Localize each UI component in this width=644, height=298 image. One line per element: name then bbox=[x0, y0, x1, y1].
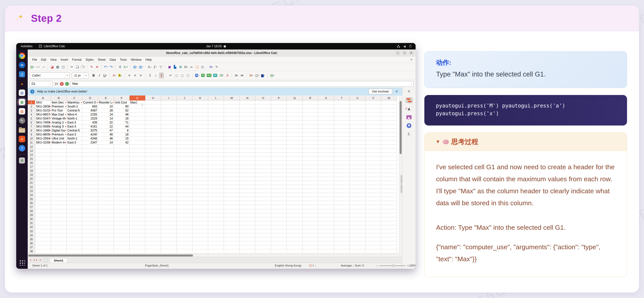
cell-J2[interactable] bbox=[177, 104, 192, 108]
cell-W13[interactable] bbox=[381, 149, 397, 153]
cell-S8[interactable] bbox=[318, 129, 334, 133]
cell-N6[interactable] bbox=[240, 120, 255, 124]
text-language[interactable]: English (Hong Kong) bbox=[275, 264, 301, 267]
cell-E23[interactable] bbox=[98, 189, 114, 193]
cell-B9[interactable]: Premium bbox=[51, 133, 67, 137]
cell-B20[interactable] bbox=[51, 177, 67, 181]
cell-E38[interactable] bbox=[98, 249, 114, 253]
cell-U23[interactable] bbox=[350, 189, 366, 193]
cell-P13[interactable] bbox=[271, 149, 287, 153]
cell-B29[interactable] bbox=[51, 213, 67, 217]
cell-L4[interactable] bbox=[208, 112, 224, 116]
cell-P10[interactable] bbox=[271, 137, 287, 141]
cell-F15[interactable] bbox=[114, 157, 130, 161]
cell-O35[interactable] bbox=[255, 237, 271, 241]
align-bottom-button[interactable]: ↧ bbox=[159, 73, 164, 78]
cell-F30[interactable] bbox=[114, 217, 130, 221]
cell-M31[interactable] bbox=[224, 221, 240, 225]
cell-Q26[interactable] bbox=[287, 201, 302, 205]
cell-U6[interactable] bbox=[350, 120, 366, 124]
cell-Q34[interactable] bbox=[287, 233, 302, 237]
cell-J5[interactable] bbox=[177, 116, 192, 120]
format-percent-button[interactable]: % bbox=[200, 73, 206, 78]
cell-P32[interactable] bbox=[271, 225, 287, 229]
column-header-J[interactable]: J bbox=[177, 95, 192, 100]
cell-J19[interactable] bbox=[177, 173, 192, 177]
cell-L28[interactable] bbox=[208, 209, 224, 213]
cell-I18[interactable] bbox=[161, 169, 177, 173]
cell-U32[interactable] bbox=[350, 225, 366, 229]
dock-item-libreoffice-writer[interactable]: ▤ bbox=[17, 88, 27, 97]
cell-N36[interactable] bbox=[240, 241, 255, 245]
cell-P18[interactable] bbox=[271, 169, 287, 173]
cell-K12[interactable] bbox=[192, 145, 208, 149]
cell-T19[interactable] bbox=[334, 173, 350, 177]
cell-C37[interactable] bbox=[67, 245, 82, 249]
cell-H16[interactable] bbox=[145, 161, 161, 165]
cell-J20[interactable] bbox=[177, 177, 192, 181]
cell-G18[interactable] bbox=[130, 169, 145, 173]
cell-D12[interactable] bbox=[82, 145, 98, 149]
cell-M29[interactable] bbox=[224, 213, 240, 217]
cell-J35[interactable] bbox=[177, 237, 192, 241]
cell-S16[interactable] bbox=[318, 161, 334, 165]
cell-I23[interactable] bbox=[161, 189, 177, 193]
cell-B18[interactable] bbox=[51, 169, 67, 173]
cell-U33[interactable] bbox=[350, 229, 366, 233]
cell-V36[interactable] bbox=[366, 241, 381, 245]
cell-A11[interactable]: SKU-3158 bbox=[35, 141, 51, 145]
menu-insert[interactable]: Insert bbox=[59, 57, 70, 62]
cell-V6[interactable] bbox=[366, 120, 381, 124]
cell-U12[interactable] bbox=[350, 145, 366, 149]
cell-S25[interactable] bbox=[318, 197, 334, 201]
cell-R34[interactable] bbox=[302, 233, 318, 237]
cell-M22[interactable] bbox=[224, 185, 240, 189]
cell-H13[interactable] bbox=[145, 149, 161, 153]
cell-L13[interactable] bbox=[208, 149, 224, 153]
horizontal-scrollbar-thumb[interactable] bbox=[28, 254, 193, 256]
first-sheet-button[interactable]: ⇤ bbox=[29, 258, 33, 261]
cell-F23[interactable] bbox=[114, 189, 130, 193]
align-top-button[interactable]: ↥ bbox=[148, 73, 152, 78]
cell-M1[interactable] bbox=[224, 100, 240, 104]
cell-H22[interactable] bbox=[145, 185, 161, 189]
cell-D6[interactable]: 439 bbox=[82, 120, 98, 124]
cell-A4[interactable]: SKU-6857 bbox=[35, 112, 51, 116]
cell-D20[interactable] bbox=[82, 177, 98, 181]
cell-D30[interactable] bbox=[82, 217, 98, 221]
cell-K27[interactable] bbox=[192, 205, 208, 209]
column-header-B[interactable]: B bbox=[51, 95, 67, 100]
cell-H33[interactable] bbox=[145, 229, 161, 233]
cell-J29[interactable] bbox=[177, 213, 192, 217]
cell-G11[interactable] bbox=[130, 141, 145, 145]
cell-G25[interactable] bbox=[130, 197, 145, 201]
cell-M17[interactable] bbox=[224, 165, 240, 169]
cell-E33[interactable] bbox=[98, 229, 114, 233]
cell-A38[interactable] bbox=[35, 249, 51, 253]
cell-H31[interactable] bbox=[145, 221, 161, 225]
cell-O36[interactable] bbox=[255, 241, 271, 245]
row-header-4[interactable]: 4 bbox=[28, 112, 35, 116]
cell-T23[interactable] bbox=[334, 189, 350, 193]
cell-G32[interactable] bbox=[130, 225, 145, 229]
borders-button[interactable]: ⊞▾ bbox=[249, 73, 254, 78]
cell-V28[interactable] bbox=[366, 209, 381, 213]
cell-S35[interactable] bbox=[318, 237, 334, 241]
cell-S38[interactable] bbox=[318, 249, 334, 253]
cell-I30[interactable] bbox=[161, 217, 177, 221]
cell-D14[interactable] bbox=[82, 153, 98, 157]
cell-O19[interactable] bbox=[255, 173, 271, 177]
cell-T18[interactable] bbox=[334, 169, 350, 173]
next-sheet-button[interactable]: ▸ bbox=[36, 258, 38, 261]
row-header-25[interactable]: 25 bbox=[28, 197, 35, 201]
cell-W22[interactable] bbox=[381, 185, 397, 189]
cell-S34[interactable] bbox=[318, 233, 334, 237]
cell-O26[interactable] bbox=[255, 201, 271, 205]
gallery-deck-icon[interactable] bbox=[406, 115, 412, 119]
cell-E16[interactable] bbox=[98, 161, 114, 165]
cell-S31[interactable] bbox=[318, 221, 334, 225]
cell-G3[interactable] bbox=[130, 108, 145, 112]
cell-V4[interactable] bbox=[366, 112, 381, 116]
cell-E28[interactable] bbox=[98, 209, 114, 213]
cell-L10[interactable] bbox=[208, 137, 224, 141]
